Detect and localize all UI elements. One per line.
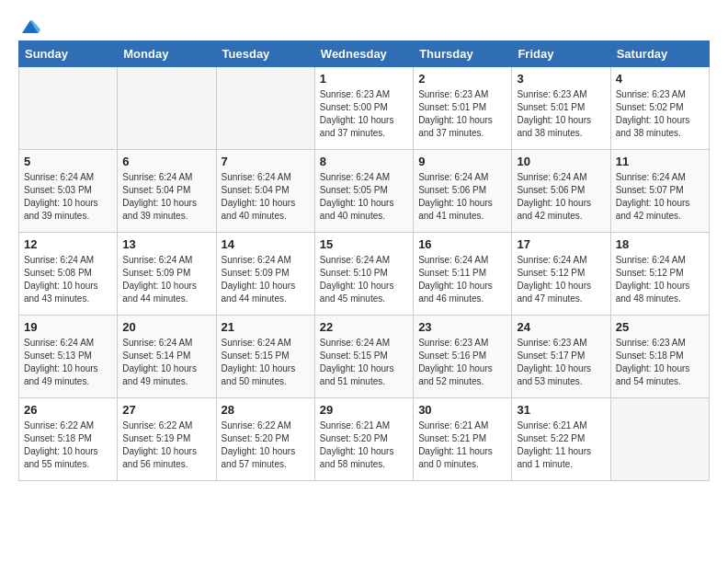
day-info: Sunrise: 6:24 AMSunset: 5:15 PMDaylight:… [222,337,310,388]
day-info: Sunrise: 6:23 AMSunset: 5:18 PMDaylight:… [616,337,704,388]
day-info: Sunrise: 6:22 AMSunset: 5:18 PMDaylight:… [24,419,112,471]
sunrise-text: Sunrise: 6:22 AM [222,420,291,431]
sunset-text: Sunset: 5:19 PM [122,433,190,443]
day-info: Sunrise: 6:23 AMSunset: 5:00 PMDaylight:… [320,88,408,140]
sunset-text: Sunset: 5:18 PM [616,350,684,361]
sunrise-text: Sunrise: 6:24 AM [616,172,686,182]
calendar-cell: 17Sunrise: 6:24 AMSunset: 5:12 PMDayligh… [512,233,610,316]
sunset-text: Sunset: 5:17 PM [517,350,585,361]
sunset-text: Sunset: 5:09 PM [222,268,290,278]
week-row-1: 1Sunrise: 6:23 AMSunset: 5:00 PMDaylight… [19,67,710,150]
sunset-text: Sunset: 5:16 PM [418,350,486,361]
day-number: 28 [222,403,310,417]
day-info: Sunrise: 6:22 AMSunset: 5:19 PMDaylight:… [122,419,210,471]
day-number: 6 [122,155,210,168]
sunrise-text: Sunrise: 6:24 AM [24,172,94,182]
sunset-text: Sunset: 5:18 PM [24,433,92,443]
daylight-text: Daylight: 10 hours and 49 minutes. [122,363,197,386]
sunrise-text: Sunrise: 6:24 AM [320,255,390,265]
calendar-cell: 6Sunrise: 6:24 AMSunset: 5:04 PMDaylight… [118,150,216,233]
logo-icon [20,18,40,35]
calendar-cell [610,398,709,481]
day-number: 8 [320,155,408,168]
sunrise-text: Sunrise: 6:23 AM [418,89,488,99]
sunrise-text: Sunrise: 6:24 AM [418,172,488,182]
sunset-text: Sunset: 5:21 PM [418,433,486,443]
day-number: 14 [222,237,310,251]
day-info: Sunrise: 6:22 AMSunset: 5:20 PMDaylight:… [222,419,310,471]
daylight-text: Daylight: 11 hours and 0 minutes. [418,446,493,469]
sunrise-text: Sunrise: 6:24 AM [517,172,586,182]
sunset-text: Sunset: 5:11 PM [418,268,486,278]
calendar-cell: 9Sunrise: 6:24 AMSunset: 5:06 PMDaylight… [414,150,512,233]
sunrise-text: Sunrise: 6:21 AM [517,420,586,431]
calendar-cell: 23Sunrise: 6:23 AMSunset: 5:16 PMDayligh… [414,316,512,398]
sunset-text: Sunset: 5:15 PM [320,350,388,361]
daylight-text: Daylight: 10 hours and 51 minutes. [320,363,394,386]
sunset-text: Sunset: 5:14 PM [122,350,190,361]
day-number: 3 [517,72,605,86]
daylight-text: Daylight: 10 hours and 46 minutes. [418,281,493,304]
weekday-header-thursday: Thursday [414,41,512,67]
weekday-header-saturday: Saturday [610,41,709,67]
sunset-text: Sunset: 5:00 PM [320,102,388,112]
week-row-3: 12Sunrise: 6:24 AMSunset: 5:08 PMDayligh… [19,233,710,316]
day-info: Sunrise: 6:23 AMSunset: 5:02 PMDaylight:… [616,88,704,140]
calendar-cell: 11Sunrise: 6:24 AMSunset: 5:07 PMDayligh… [610,150,709,233]
day-info: Sunrise: 6:24 AMSunset: 5:09 PMDaylight:… [222,254,310,305]
sunset-text: Sunset: 5:01 PM [418,102,486,112]
day-info: Sunrise: 6:24 AMSunset: 5:06 PMDaylight:… [418,171,506,223]
calendar-cell: 22Sunrise: 6:24 AMSunset: 5:15 PMDayligh… [314,316,413,398]
day-number: 22 [320,320,408,334]
day-info: Sunrise: 6:24 AMSunset: 5:06 PMDaylight:… [517,171,605,223]
calendar-table: SundayMondayTuesdayWednesdayThursdayFrid… [18,40,710,481]
daylight-text: Daylight: 10 hours and 38 minutes. [616,115,690,138]
day-info: Sunrise: 6:21 AMSunset: 5:20 PMDaylight:… [320,419,408,471]
day-number: 24 [517,320,605,334]
sunrise-text: Sunrise: 6:24 AM [320,338,390,348]
week-row-2: 5Sunrise: 6:24 AMSunset: 5:03 PMDaylight… [19,150,710,233]
daylight-text: Daylight: 10 hours and 43 minutes. [24,281,98,304]
weekday-header-monday: Monday [118,41,216,67]
day-number: 7 [222,155,310,168]
daylight-text: Daylight: 10 hours and 50 minutes. [222,363,296,386]
weekday-header-sunday: Sunday [19,41,118,67]
sunset-text: Sunset: 5:15 PM [222,350,290,361]
day-number: 4 [616,72,704,86]
day-number: 19 [24,320,112,334]
daylight-text: Daylight: 10 hours and 37 minutes. [418,115,493,138]
sunset-text: Sunset: 5:06 PM [517,185,585,195]
day-number: 11 [616,155,704,168]
daylight-text: Daylight: 10 hours and 56 minutes. [122,446,197,469]
sunrise-text: Sunrise: 6:23 AM [517,89,586,99]
sunset-text: Sunset: 5:06 PM [418,185,486,195]
calendar-cell: 28Sunrise: 6:22 AMSunset: 5:20 PMDayligh… [216,398,314,481]
sunset-text: Sunset: 5:13 PM [24,350,92,361]
calendar-cell: 19Sunrise: 6:24 AMSunset: 5:13 PMDayligh… [19,316,118,398]
day-info: Sunrise: 6:24 AMSunset: 5:07 PMDaylight:… [616,171,704,223]
day-number: 5 [24,155,112,168]
day-info: Sunrise: 6:24 AMSunset: 5:08 PMDaylight:… [24,254,112,305]
day-number: 30 [418,403,506,417]
day-number: 15 [320,237,408,251]
calendar-cell: 30Sunrise: 6:21 AMSunset: 5:21 PMDayligh… [414,398,512,481]
daylight-text: Daylight: 10 hours and 47 minutes. [517,281,591,304]
daylight-text: Daylight: 10 hours and 48 minutes. [616,281,690,304]
calendar-cell: 18Sunrise: 6:24 AMSunset: 5:12 PMDayligh… [610,233,709,316]
sunset-text: Sunset: 5:04 PM [222,185,290,195]
day-info: Sunrise: 6:23 AMSunset: 5:01 PMDaylight:… [418,88,506,140]
daylight-text: Daylight: 10 hours and 54 minutes. [616,363,690,386]
sunset-text: Sunset: 5:05 PM [320,185,388,195]
sunrise-text: Sunrise: 6:22 AM [122,420,192,431]
day-info: Sunrise: 6:24 AMSunset: 5:09 PMDaylight:… [122,254,210,305]
calendar-cell: 8Sunrise: 6:24 AMSunset: 5:05 PMDaylight… [314,150,413,233]
calendar-cell: 10Sunrise: 6:24 AMSunset: 5:06 PMDayligh… [512,150,610,233]
day-number: 20 [122,320,210,334]
sunrise-text: Sunrise: 6:24 AM [222,172,291,182]
calendar-cell: 31Sunrise: 6:21 AMSunset: 5:22 PMDayligh… [512,398,610,481]
sunrise-text: Sunrise: 6:23 AM [616,338,686,348]
day-info: Sunrise: 6:24 AMSunset: 5:12 PMDaylight:… [517,254,605,305]
daylight-text: Daylight: 10 hours and 55 minutes. [24,446,98,469]
day-number: 16 [418,237,506,251]
day-info: Sunrise: 6:24 AMSunset: 5:03 PMDaylight:… [24,171,112,223]
